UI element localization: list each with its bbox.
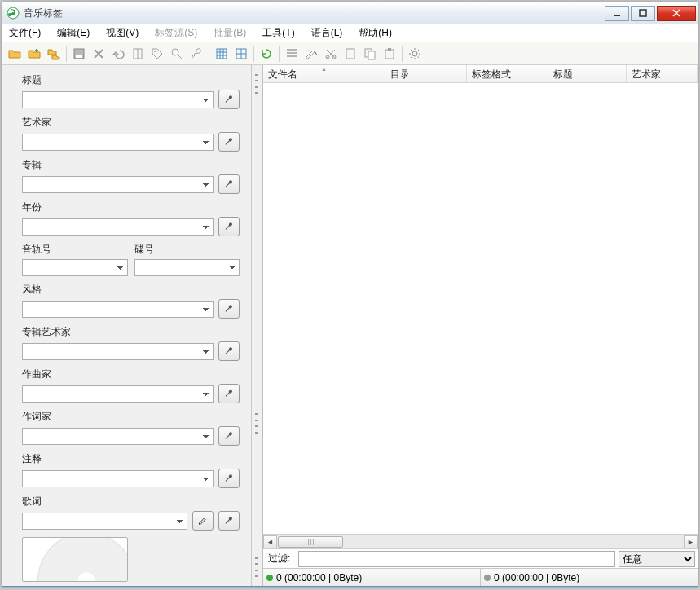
label-disc: 碟号 [134,243,240,257]
svg-point-6 [154,51,156,52]
input-lyricist[interactable] [22,428,214,445]
book-button[interactable] [129,45,147,63]
open-folder-button[interactable] [6,45,24,63]
svg-rect-14 [368,51,375,59]
splitter[interactable] [252,65,263,586]
edit-lyrics-button[interactable] [192,511,214,531]
label-albumartist: 专辑艺术家 [22,325,240,339]
input-title[interactable] [22,91,214,108]
menu-view[interactable]: 视图(V) [104,24,140,42]
input-track[interactable] [22,259,128,276]
col-filename[interactable]: 文件名▲ [263,65,385,82]
table-header: 文件名▲ 目录 标签格式 标题 艺术家 [263,65,698,83]
menu-file[interactable]: 文件(F) [7,24,42,42]
filter-input[interactable] [298,551,615,567]
status-right: 0 (00:00:00 | 0Byte) [481,569,698,586]
input-composer[interactable] [22,385,214,403]
grid1-button[interactable] [213,45,231,63]
search-button[interactable] [168,45,186,63]
input-lyrics[interactable] [22,513,187,530]
svg-rect-2 [640,10,646,16]
gear-button[interactable] [406,45,424,63]
menu-bar: 文件(F) 编辑(E) 视图(V) 标签源(S) 批量(B) 工具(T) 语言(… [2,24,698,42]
wrench-lyrics[interactable] [218,511,240,531]
label-genre: 风格 [22,283,240,297]
app-icon [7,7,20,20]
minimize-button[interactable] [605,6,629,21]
pencil-dropdown-button[interactable] [302,45,320,63]
copy-button[interactable] [361,45,379,63]
scroll-right-arrow[interactable]: ► [684,535,698,548]
menu-help[interactable]: 帮助(H) [357,24,394,42]
input-genre[interactable] [22,301,214,318]
undo-button[interactable] [109,45,127,63]
menu-tools[interactable]: 工具(T) [261,24,296,42]
filter-label: 过滤: [263,552,295,566]
save-button[interactable] [70,45,88,63]
wrench-comment[interactable] [218,469,240,488]
label-lyricist: 作词家 [22,410,240,424]
window-title: 音乐标签 [24,7,605,20]
label-track: 音轨号 [22,243,128,257]
cut-button[interactable] [322,45,340,63]
col-tagfmt[interactable]: 标签格式 [467,65,548,82]
label-lyrics: 歌词 [22,495,240,509]
col-title[interactable]: 标题 [548,65,627,82]
refresh-button[interactable] [258,45,275,63]
grid2-button[interactable] [232,45,250,63]
status-left: 0 (00:00:00 | 0Byte) [263,569,481,586]
input-album[interactable] [22,176,214,193]
menu-language[interactable]: 语言(L) [310,24,345,42]
wrench-albumartist[interactable] [218,341,240,361]
add-folder-button[interactable] [25,45,43,63]
col-dir[interactable]: 目录 [385,65,467,82]
menu-edit[interactable]: 编辑(E) [55,24,91,42]
menu-tagsource[interactable]: 标签源(S) [153,24,199,42]
toolbar [2,42,698,65]
input-artist[interactable] [22,134,214,151]
svg-rect-15 [385,50,394,59]
label-album: 专辑 [22,158,240,172]
wrench-year[interactable] [218,217,240,236]
horizontal-scrollbar[interactable]: ◄ ► [263,534,698,548]
scroll-thumb[interactable] [278,536,343,548]
input-comment[interactable] [22,470,214,487]
label-composer: 作曲家 [22,368,240,381]
maximize-button[interactable] [631,6,655,21]
wrench-composer[interactable] [218,384,240,403]
menu-batch[interactable]: 批量(B) [212,24,248,42]
tag-button[interactable] [148,45,166,63]
scroll-left-arrow[interactable]: ◄ [263,535,277,548]
tag-editor-panel: 标题 艺术家 专辑 [2,65,252,586]
status-bar: 0 (00:00:00 | 0Byte) 0 (00:00:00 | 0Byte… [263,568,698,586]
svg-point-7 [172,49,178,55]
filter-row: 过滤: 任意 [263,548,698,568]
input-albumartist[interactable] [22,343,214,360]
wrench-title[interactable] [218,90,240,109]
label-title: 标题 [22,73,240,87]
wrench-artist[interactable] [218,132,240,152]
settings-wrench-button[interactable] [187,45,205,63]
col-artist[interactable]: 艺术家 [627,65,698,82]
title-bar: 音乐标签 [2,2,698,24]
folder-tree-button[interactable] [45,45,63,63]
input-year[interactable] [22,218,214,236]
album-art-slot[interactable] [22,537,128,582]
label-comment: 注释 [22,452,240,466]
label-year: 年份 [22,200,240,214]
table-body[interactable] [263,83,698,534]
label-artist: 艺术家 [22,116,240,130]
input-disc[interactable] [134,259,240,276]
svg-rect-1 [614,15,620,16]
close-button[interactable] [657,6,696,21]
delete-button[interactable] [90,45,108,63]
doc1-button[interactable] [341,45,359,63]
wrench-genre[interactable] [218,299,240,319]
list-icon[interactable] [283,45,301,63]
paste-button[interactable] [381,45,398,63]
svg-rect-16 [388,48,391,51]
file-list-pane: 文件名▲ 目录 标签格式 标题 艺术家 ◄ ► 过滤: 任意 0 (00:00:… [263,65,698,586]
wrench-lyricist[interactable] [218,426,240,446]
wrench-album[interactable] [218,174,240,194]
filter-mode-select[interactable]: 任意 [619,551,695,567]
